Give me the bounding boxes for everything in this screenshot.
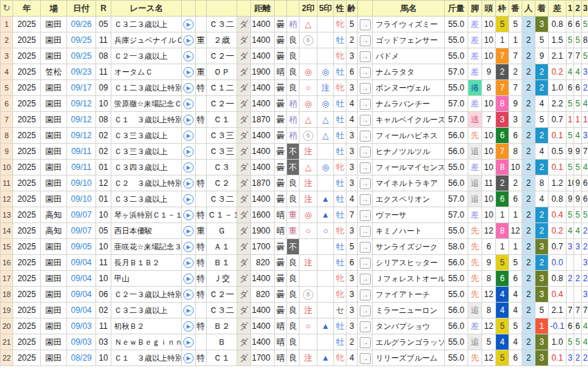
cell-play[interactable]: ▶ xyxy=(182,287,196,303)
column-header-name[interactable]: レース名 xyxy=(111,1,182,17)
cell-play[interactable]: ▶ xyxy=(182,96,196,112)
cell-arrow[interactable]: → xyxy=(358,223,373,239)
arrow-right-icon[interactable]: → xyxy=(360,178,371,189)
play-icon[interactable]: ▶ xyxy=(183,115,194,125)
arrow-right-icon[interactable]: → xyxy=(360,242,371,253)
horse-name[interactable]: サンライズジーク xyxy=(373,239,445,255)
cell-play[interactable]: ▶ xyxy=(182,303,196,318)
cell-play[interactable]: ▶ xyxy=(182,223,196,239)
column-header-fin[interactable]: 着 xyxy=(535,1,549,17)
arrow-right-icon[interactable]: → xyxy=(360,162,371,173)
cell-arrow[interactable]: → xyxy=(358,191,373,207)
play-icon[interactable]: ▶ xyxy=(183,131,194,141)
cell-play[interactable]: ▶ xyxy=(182,80,196,96)
arrow-right-icon[interactable]: → xyxy=(360,194,371,205)
cell-play[interactable]: ▶ xyxy=(182,144,196,160)
refresh-icon[interactable]: ↻ xyxy=(3,3,10,13)
cell-play[interactable]: ▶ xyxy=(182,17,196,32)
arrow-right-icon[interactable]: → xyxy=(360,321,371,332)
race-date-link[interactable]: 09/25 xyxy=(67,48,96,64)
cell-arrow[interactable]: → xyxy=(358,175,373,191)
cell-arrow[interactable]: → xyxy=(358,318,373,334)
column-header-horse[interactable]: 馬名 xyxy=(373,1,445,17)
cell-play[interactable]: ▶ xyxy=(182,334,196,350)
cell-play[interactable]: ▶ xyxy=(182,239,196,255)
column-header-mark2[interactable]: 2印 xyxy=(300,1,318,17)
cell-arrow[interactable]: → xyxy=(358,17,373,32)
column-header-place[interactable]: 場 xyxy=(41,1,67,17)
cell-play[interactable]: ▶ xyxy=(182,255,196,271)
cell-arrow[interactable]: → xyxy=(358,287,373,303)
cell-play[interactable]: ▶ xyxy=(182,175,196,191)
column-header-pop[interactable]: 人 xyxy=(522,1,535,17)
race-date-link[interactable]: 09/04 xyxy=(67,287,96,303)
play-icon[interactable]: ▶ xyxy=(183,178,194,189)
cell-play[interactable]: ▶ xyxy=(182,207,196,223)
arrow-right-icon[interactable]: → xyxy=(360,99,371,110)
cell-play[interactable]: ▶ xyxy=(182,191,196,207)
horse-name[interactable]: フライウィズミー xyxy=(373,17,445,32)
cell-arrow[interactable]: → xyxy=(358,80,373,96)
horse-name[interactable]: リリーズブルーム xyxy=(373,350,445,366)
play-icon[interactable]: ▶ xyxy=(183,51,194,61)
arrow-right-icon[interactable]: → xyxy=(360,258,371,269)
horse-name[interactable]: キャルベイクルーズ xyxy=(373,112,445,128)
arrow-right-icon[interactable]: → xyxy=(360,337,371,348)
race-date-link[interactable]: 09/04 xyxy=(67,271,96,287)
cell-arrow[interactable]: → xyxy=(358,96,373,112)
race-date-link[interactable]: 09/11 xyxy=(67,144,96,160)
race-date-link[interactable]: 09/07 xyxy=(67,207,96,223)
column-header-style[interactable]: 脚 xyxy=(468,1,482,17)
play-icon[interactable]: ▶ xyxy=(183,83,194,93)
horse-name[interactable]: パドメ xyxy=(373,48,445,64)
horse-name[interactable]: マイネルトラキア xyxy=(373,175,445,191)
horse-name[interactable]: フィールハピネス xyxy=(373,128,445,144)
column-header-weight[interactable]: 斤量 xyxy=(445,1,468,17)
cell-arrow[interactable]: → xyxy=(358,239,373,255)
play-icon[interactable]: ▶ xyxy=(183,67,194,77)
cell-arrow[interactable]: → xyxy=(358,303,373,318)
race-date-link[interactable]: 09/17 xyxy=(67,80,96,96)
cell-arrow[interactable]: → xyxy=(358,160,373,175)
cell-arrow[interactable]: → xyxy=(358,144,373,160)
race-date-link[interactable]: 09/12 xyxy=(67,96,96,112)
race-date-link[interactable]: 09/12 xyxy=(67,112,96,128)
arrow-right-icon[interactable]: → xyxy=(360,19,371,30)
play-icon[interactable]: ▶ xyxy=(183,19,194,30)
column-header-year[interactable]: 年 xyxy=(13,1,41,17)
horse-name[interactable]: エクスペリオン xyxy=(373,191,445,207)
arrow-right-icon[interactable]: → xyxy=(360,83,371,94)
play-icon[interactable]: ▶ xyxy=(183,353,194,363)
column-header-c2[interactable]: 3 xyxy=(582,1,588,17)
column-header-dist[interactable]: 距離 xyxy=(251,1,275,17)
column-header-mark5[interactable]: 5印 xyxy=(318,1,334,17)
arrow-right-icon[interactable]: → xyxy=(360,35,371,46)
cell-arrow[interactable]: → xyxy=(358,350,373,366)
column-header-r[interactable]: R xyxy=(96,1,111,17)
cell-play[interactable]: ▶ xyxy=(182,318,196,334)
play-icon[interactable]: ▶ xyxy=(183,35,194,46)
play-icon[interactable]: ▶ xyxy=(183,337,194,348)
horse-name[interactable]: ミラーニューロン xyxy=(373,303,445,318)
arrow-right-icon[interactable]: → xyxy=(360,115,371,126)
horse-name[interactable]: ナムラタタ xyxy=(373,64,445,80)
play-icon[interactable]: ▶ xyxy=(183,210,194,220)
horse-name[interactable]: Ｊフォレストオール xyxy=(373,271,445,287)
arrow-right-icon[interactable]: → xyxy=(360,131,371,142)
column-header-c0[interactable]: 1 xyxy=(567,1,574,17)
play-icon[interactable]: ▶ xyxy=(183,226,194,236)
play-icon[interactable]: ▶ xyxy=(183,258,194,268)
horse-name[interactable]: シリアスヒッター xyxy=(373,255,445,271)
column-header-track[interactable] xyxy=(287,1,300,17)
column-header-margin[interactable]: 差 xyxy=(549,1,567,17)
column-header-sex[interactable]: 性 xyxy=(334,1,347,17)
race-date-link[interactable]: 09/05 xyxy=(67,239,96,255)
cell-arrow[interactable]: → xyxy=(358,128,373,144)
column-header-ban[interactable]: 番 xyxy=(509,1,522,17)
horse-name[interactable]: ゴッドフェンサー xyxy=(373,32,445,48)
race-date-link[interactable]: 09/03 xyxy=(67,318,96,334)
column-header-play[interactable] xyxy=(182,1,196,17)
race-date-link[interactable]: 09/10 xyxy=(67,191,96,207)
race-date-link[interactable]: 09/11 xyxy=(67,160,96,175)
column-header-c1[interactable]: 2 xyxy=(574,1,582,17)
